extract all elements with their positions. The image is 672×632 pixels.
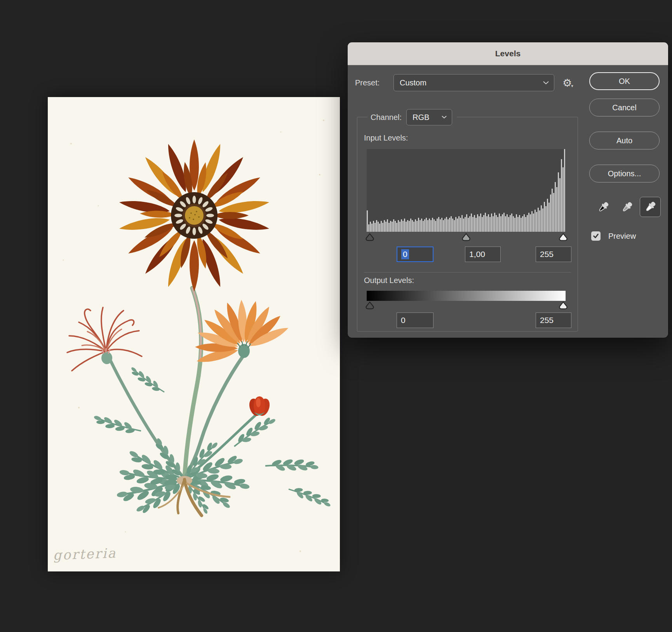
- midtone-input-slider[interactable]: [461, 233, 471, 242]
- cancel-button[interactable]: Cancel: [589, 99, 660, 116]
- output-levels-label: Output Levels:: [364, 276, 414, 285]
- shadow-output-slider[interactable]: [365, 301, 375, 310]
- page-background: { "window": { "title": "Levels" }, "pres…: [0, 0, 672, 632]
- preview-checkbox[interactable]: [591, 231, 601, 241]
- white-point-eyedropper-button[interactable]: [640, 197, 661, 217]
- gazania-flower: [118, 139, 270, 292]
- gray-point-eyedropper-button[interactable]: [618, 198, 636, 217]
- options-button[interactable]: Options...: [589, 165, 660, 182]
- red-bud: [247, 396, 272, 417]
- shadow-output-value: 0: [401, 316, 406, 325]
- dialog-titlebar[interactable]: Levels: [348, 42, 668, 65]
- highlight-input-value: 255: [540, 250, 554, 259]
- channel-select[interactable]: RGB: [406, 109, 452, 125]
- gray-eyedropper-icon: [620, 201, 634, 214]
- histogram-bars: [367, 149, 566, 232]
- channel-legend: Channel: RGB: [367, 109, 457, 125]
- shadow-input-field[interactable]: 0: [397, 247, 433, 262]
- black-eyedropper-icon: [597, 201, 610, 214]
- inscription-text: gorteria: [53, 545, 117, 563]
- chevron-down-icon: [543, 81, 549, 85]
- channel-label: Channel:: [371, 113, 402, 122]
- dialog-title: Levels: [348, 42, 668, 65]
- check-icon: [592, 233, 599, 240]
- highlight-output-field[interactable]: 255: [536, 313, 571, 328]
- white-eyedropper-icon: [644, 200, 657, 214]
- divider: [364, 272, 571, 273]
- preview-label: Preview: [608, 232, 636, 241]
- botanical-illustration: gorteria: [48, 97, 340, 571]
- preset-label: Preset:: [355, 78, 380, 87]
- shadow-input-slider[interactable]: [365, 233, 375, 242]
- peach-flower: [195, 300, 290, 366]
- gear-icon[interactable]: ⚙▾: [559, 75, 576, 90]
- ok-button[interactable]: OK: [589, 72, 660, 90]
- histogram: [367, 149, 566, 232]
- midtone-input-field[interactable]: 1,00: [465, 247, 501, 262]
- levels-dialog: Levels Preset: Custom ⚙▾ OK Cancel Auto …: [348, 42, 668, 338]
- shadow-output-field[interactable]: 0: [397, 313, 433, 328]
- chevron-down-icon: [442, 116, 447, 119]
- artwork-panel: gorteria: [48, 97, 340, 571]
- preset-select[interactable]: Custom: [393, 74, 554, 91]
- shadow-input-value: 0: [401, 249, 409, 259]
- black-point-eyedropper-button[interactable]: [594, 198, 613, 217]
- wispy-flower: [67, 307, 142, 371]
- midtone-input-value: 1,00: [469, 250, 485, 259]
- highlight-input-slider[interactable]: [558, 233, 568, 242]
- output-gradient-bar: [367, 291, 566, 301]
- auto-button[interactable]: Auto: [589, 132, 660, 149]
- preset-value: Custom: [394, 78, 543, 87]
- highlight-input-field[interactable]: 255: [536, 247, 571, 262]
- channel-value: RGB: [407, 113, 442, 122]
- highlight-output-value: 255: [540, 316, 554, 325]
- channel-groupbox: Channel: RGB Input Levels: 0: [357, 117, 578, 332]
- highlight-output-slider[interactable]: [558, 301, 568, 310]
- input-levels-label: Input Levels:: [364, 134, 408, 142]
